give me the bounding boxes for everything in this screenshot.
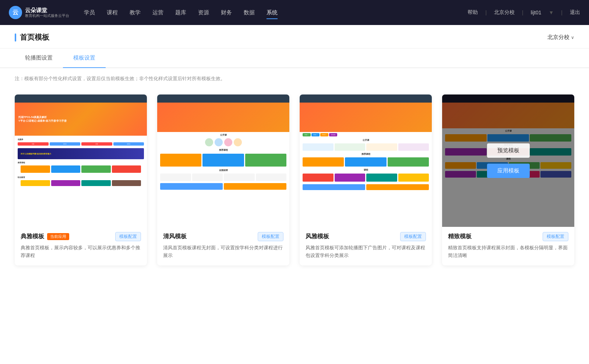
page-header: 首页模板 北京分校 ∨ [0, 25, 589, 49]
note-text: 注：模板有部分个性化样式设置，设置后仅当前模板生效；非个性化样式设置后针对所有模… [0, 68, 589, 86]
chevron-down-icon: ∨ [571, 35, 574, 40]
template-card-2: 公开课 推荐课程 全国讲师 [157, 94, 289, 265]
config-button-2[interactable]: 模板配置 [258, 232, 283, 241]
template-desc-4: 精致首页模板支持课程展示封面，各模板分隔明显，界面简洁清晰 [448, 244, 568, 260]
top-navigation: 云 云朵课堂 教育机构一站式服务云平台 学员 课程 教学 运营 题库 资源 财务… [0, 0, 589, 25]
template-title-row-3: 风雅模板 模板配置 [306, 232, 426, 241]
nav-item-teaching[interactable]: 教学 [130, 8, 141, 18]
template-desc-1: 典雅首页模板，展示内容较多，可以展示优惠券和多个推荐课程 [21, 244, 141, 260]
template-title-row-2: 清风模板 模板配置 [163, 232, 283, 241]
template-preview-3[interactable]: 学科一 学科二 学科三 学科四 公开课 推荐课程 [300, 94, 432, 227]
template-desc-3: 风雅首页模板可添加轮播图下广告图片，可对课程及课程包设置学科分类展示 [306, 244, 426, 260]
nav-item-courses[interactable]: 课程 [107, 8, 118, 18]
template-info-3: 风雅模板 模板配置 风雅首页模板可添加轮播图下广告图片，可对课程及课程包设置学科… [300, 227, 432, 265]
nav-item-students[interactable]: 学员 [84, 8, 95, 18]
tab-carousel[interactable]: 轮播图设置 [15, 49, 63, 68]
apply-button-1[interactable]: 应用模板 [60, 164, 102, 178]
branch-selector[interactable]: 北京分校 ∨ [547, 34, 574, 47]
logo-text: 云朵课堂 教育机构一站式服务云平台 [25, 7, 69, 18]
nav-item-questions[interactable]: 题库 [175, 8, 186, 18]
config-button-4[interactable]: 模板配置 [543, 232, 568, 241]
apply-button-3[interactable]: 应用模板 [345, 164, 387, 178]
branch-name: 北京分校 [547, 34, 569, 41]
nav-item-finance[interactable]: 财务 [221, 8, 232, 18]
nav-menu: 学员 课程 教学 运营 题库 资源 财务 数据 系统 [84, 8, 278, 18]
apply-button-4[interactable]: 应用模板 [487, 164, 530, 178]
template-info-2: 清风模板 模板配置 清风首页模板课程无封面，可设置按学科分类对课程进行展示 [157, 227, 289, 265]
preview-button-2[interactable]: 预览模板 [202, 143, 245, 158]
template-card-3: 学科一 学科二 学科三 学科四 公开课 推荐课程 [300, 94, 432, 265]
template-card-1: 托福TPO1-54真题及解析Y平台·口语笔记·成绩单·练习手册·学习手册 优惠券… [15, 94, 147, 265]
nav-item-data[interactable]: 数据 [244, 8, 255, 18]
logo: 云 云朵课堂 教育机构一站式服务云平台 [9, 6, 69, 19]
template-title-row-4: 精致模板 模板配置 [448, 232, 568, 241]
tabs-container: 轮播图设置 模板设置 [0, 49, 589, 68]
template-name-3: 风雅模板 [306, 233, 329, 240]
nav-logout[interactable]: 退出 [570, 9, 580, 16]
template-name-2: 清风模板 [163, 233, 187, 240]
apply-button-2[interactable]: 应用模板 [202, 164, 245, 178]
template-info-1: 典雅模板 当前应用 模板配置 典雅首页模板，展示内容较多，可以展示优惠券和多个推… [15, 227, 147, 265]
logo-icon: 云 [9, 6, 22, 19]
page-title: 首页模板 [20, 32, 49, 42]
nav-user[interactable]: lijt01 [531, 10, 542, 15]
tab-template[interactable]: 模板设置 [63, 49, 106, 68]
preview-button-1[interactable]: 预览模板 [60, 143, 102, 158]
template-card-4: 公开课 推荐课程 课程 [442, 94, 574, 265]
badge-current-1: 当前应用 [47, 233, 69, 240]
preview-button-3[interactable]: 预览模板 [345, 143, 387, 158]
template-desc-2: 清风首页模板课程无封面，可设置按学科分类对课程进行展示 [163, 244, 283, 260]
template-preview-4[interactable]: 公开课 推荐课程 课程 [442, 94, 574, 227]
template-preview-2[interactable]: 公开课 推荐课程 全国讲师 [157, 94, 289, 227]
template-preview-1[interactable]: 托福TPO1-54真题及解析Y平台·口语笔记·成绩单·练习手册·学习手册 优惠券… [15, 94, 147, 227]
config-button-3[interactable]: 模板配置 [400, 232, 426, 241]
preview-button-4[interactable]: 预览模板 [487, 143, 530, 158]
page-title-wrap: 首页模板 [15, 32, 49, 48]
nav-right: 帮助 | 北京分校 | lijt01 ▼ | 退出 [468, 9, 580, 16]
title-bar-decoration [15, 33, 16, 42]
nav-item-system[interactable]: 系统 [267, 8, 278, 18]
template-grid: 托福TPO1-54真题及解析Y平台·口语笔记·成绩单·练习手册·学习手册 优惠券… [0, 86, 589, 280]
template-name-1: 典雅模板 [21, 233, 44, 240]
config-button-1[interactable]: 模板配置 [115, 232, 141, 241]
template-name-4: 精致模板 [448, 233, 472, 240]
nav-branch[interactable]: 北京分校 [494, 9, 515, 16]
page-content: 首页模板 北京分校 ∨ 轮播图设置 模板设置 注：模板有部分个性化样式设置，设置… [0, 25, 589, 364]
nav-help[interactable]: 帮助 [468, 9, 478, 16]
template-info-4: 精致模板 模板配置 精致首页模板支持课程展示封面，各模板分隔明显，界面简洁清晰 [442, 227, 574, 265]
template-overlay-4: 预览模板 应用模板 [442, 94, 574, 227]
nav-left: 云 云朵课堂 教育机构一站式服务云平台 学员 课程 教学 运营 题库 资源 财务… [9, 6, 278, 19]
template-title-row-1: 典雅模板 当前应用 模板配置 [21, 232, 141, 241]
nav-item-operations[interactable]: 运营 [152, 8, 163, 18]
nav-item-resources[interactable]: 资源 [198, 8, 209, 18]
